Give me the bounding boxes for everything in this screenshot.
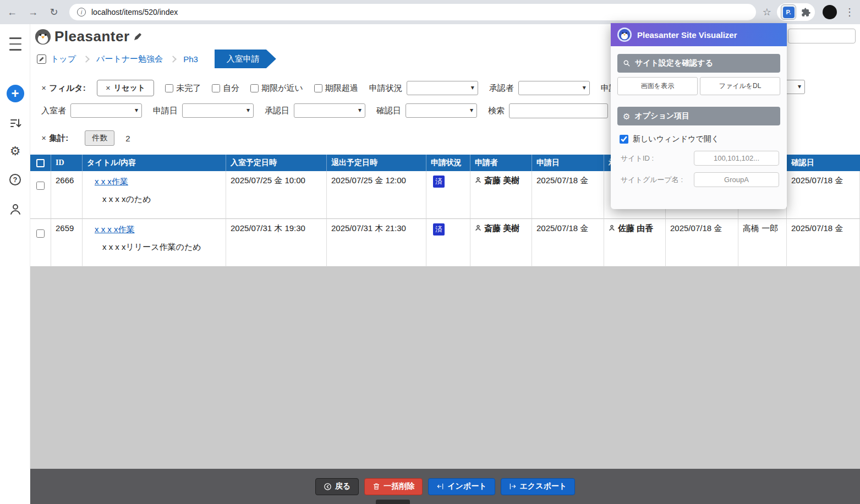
aggregation-label[interactable]: ✕ 集計: [41,133,68,144]
site-group-field: サイトグループ名 : [621,172,779,187]
filter-approver-pair: 承認者 ▾ [489,81,590,95]
checkbox[interactable] [250,84,259,92]
filter-checkbox-overdue[interactable]: 期限超過 [314,83,358,94]
search-input[interactable] [509,103,608,118]
import-button[interactable]: インポート [428,478,495,495]
filter-apply-date-pair: 申請日 ▾ [153,103,254,118]
browser-toolbar: ← → ↻ i localhost/items/520/index ☆ P. ⋮ [0,0,860,24]
back-button[interactable]: 戻る [315,478,359,495]
header-applicant[interactable]: 申請者 [470,155,532,171]
filter-confirm-date-pair: 確認日 ▾ [376,103,477,118]
penguin-logo-icon [35,29,51,45]
user-icon[interactable] [0,202,30,216]
back-circle-icon [324,483,332,491]
help-icon[interactable]: ? [0,174,30,185]
download-file-button[interactable]: ファイルをDL [700,77,780,95]
bulk-delete-button[interactable]: 一括削除 [364,478,423,495]
cell-applicant: 斎藤 美樹 [470,219,532,267]
row-checkbox-cell [30,171,51,219]
approver-dropdown[interactable]: ▾ [518,81,590,95]
popup-section-site-settings: サイト設定を確認する [617,54,780,73]
row-checkbox[interactable] [36,182,45,190]
row-description: x x x xリリース作業のため [102,242,221,253]
checkbox[interactable] [165,84,173,92]
profile-avatar[interactable] [823,5,837,19]
count-chip[interactable]: 件数 [85,130,114,146]
pleasanter-extension-button[interactable]: P. [781,4,796,20]
address-bar[interactable]: i localhost/items/520/index [69,4,756,20]
header-entry-datetime[interactable]: 入室予定日時 [226,155,327,171]
cell-exit-datetime: 2025/07/31 木 21:30 [327,219,426,267]
header-confirm-date[interactable]: 確認日 [787,155,860,171]
browser-menu-icon[interactable]: ⋮ [845,6,854,18]
status-dropdown[interactable]: ▾ [407,81,478,95]
trash-icon [373,483,380,490]
person-icon [475,177,481,183]
checkbox[interactable] [212,84,220,92]
confirm-date-dropdown[interactable]: ▾ [406,103,477,118]
header-apply-date[interactable]: 申請日 [532,155,604,171]
breadcrumb-top[interactable]: トップ [51,54,76,64]
cell-status: 済 [426,171,470,219]
back-arrow-icon[interactable]: ← [3,3,21,21]
filter-checkbox-incomplete[interactable]: 未完了 [165,83,201,94]
forward-arrow-icon[interactable]: → [24,3,42,21]
entrant-dropdown[interactable]: ▾ [70,103,142,118]
checkbox[interactable] [314,84,322,92]
filter-label[interactable]: ✕ フィルタ: [41,83,86,94]
filter-checkbox-near-deadline[interactable]: 期限が近い [250,83,303,94]
extensions-puzzle-icon[interactable] [801,7,811,18]
edit-icon [37,54,46,64]
row-checkbox[interactable] [36,229,45,238]
row-title-link[interactable]: x x x作業 [95,177,128,187]
table-row[interactable]: 2659 x x x x作業 x x x xリリース作業のため 2025/07/… [30,219,860,267]
reset-button[interactable]: ✕ リセット [97,80,155,96]
cell-id: 2659 [51,219,83,267]
open-new-window-checkbox[interactable] [620,135,628,144]
filter-checkbox-own[interactable]: 自分 [212,83,239,94]
approve-date-dropdown[interactable]: ▾ [294,103,365,118]
logo-text: Pleasanter [54,28,130,45]
bookmark-star-icon[interactable]: ☆ [763,6,771,18]
breadcrumb-ph3[interactable]: Ph3 [183,54,198,64]
show-screen-button[interactable]: 画面を表示 [617,77,698,95]
header-status[interactable]: 申請状況 [426,155,470,171]
magnifier-icon [623,59,631,67]
pleasanter-logo[interactable]: Pleasanter [35,28,142,45]
chevron-down-icon: ▾ [358,106,361,114]
filter-search-pair: 検索 [488,103,608,118]
new-item-button[interactable]: + [0,85,30,102]
clipped-button [376,500,410,504]
header-title[interactable]: タイトル/内容 [83,155,226,171]
chevron-down-icon: ▾ [798,83,801,90]
header-id[interactable]: ID [51,155,83,171]
reload-icon[interactable]: ↻ [45,3,63,21]
apply-date-dropdown[interactable]: ▾ [182,103,254,118]
site-group-input[interactable] [694,172,779,187]
chevron-down-icon: ▾ [470,106,473,114]
site-id-input[interactable] [694,151,779,166]
info-icon[interactable]: i [77,8,86,17]
gear-icon[interactable]: ⚙ [0,145,30,157]
global-search-input[interactable] [788,29,856,43]
pleasanter-extension-icon: P. [783,7,795,18]
cell-entry-datetime: 2025/07/31 木 19:30 [226,219,327,267]
header-exit-datetime[interactable]: 退出予定日時 [327,155,426,171]
row-title-link[interactable]: x x x x作業 [95,224,135,235]
sort-icon[interactable] [0,117,30,130]
breadcrumb-current[interactable]: 入室申請 [215,50,276,68]
status-badge: 済 [433,223,445,235]
site-id-field: サイトID : [621,151,779,166]
cell-title: x x x x作業 x x x xリリース作業のため [83,219,226,267]
cell-apply-date: 2025/07/18 金 [532,219,604,267]
close-icon: ✕ [41,135,46,142]
popup-penguin-icon [617,28,632,42]
breadcrumb-partner[interactable]: パートナー勉強会 [96,54,163,64]
cell-id: 2666 [51,171,83,219]
select-all-checkbox[interactable] [30,155,51,171]
hamburger-menu-icon[interactable] [0,35,30,53]
count-value: 2 [125,134,130,143]
export-button[interactable]: エクスポート [501,478,576,495]
popup-body: サイト設定を確認する 画面を表示 ファイルをDL ⚙ オプション項目 新しいウィ… [611,46,787,187]
open-new-window-option[interactable]: 新しいウィンドウで開く [620,134,780,144]
